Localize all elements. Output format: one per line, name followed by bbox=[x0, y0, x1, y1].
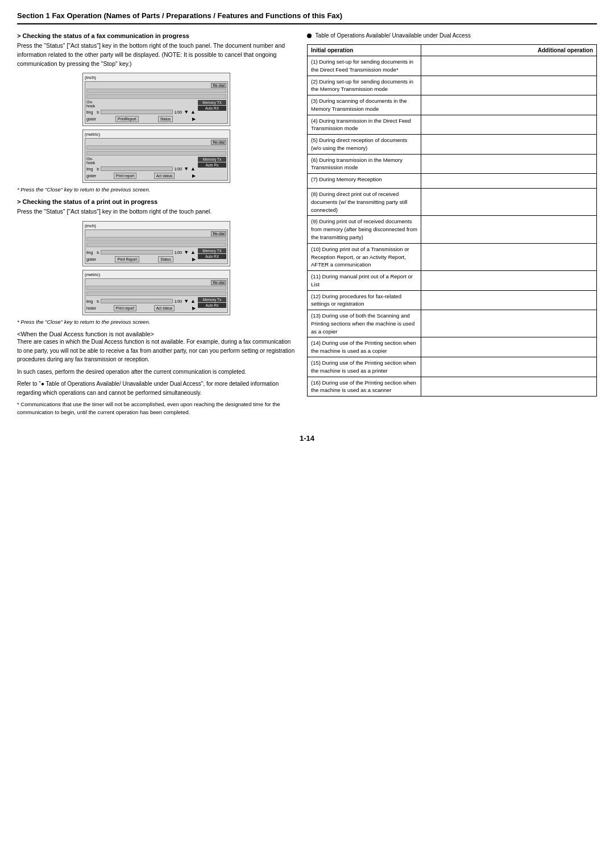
footnote2: * Press the "Close" key to return to the… bbox=[17, 319, 296, 325]
display-block4b bbox=[86, 291, 226, 296]
register-label4: hister bbox=[86, 306, 96, 310]
memory-tx-btn1: Memory TX bbox=[198, 100, 226, 105]
row-additional-3 bbox=[421, 95, 596, 115]
row-initial-12: (12) During procedures for fax-related s… bbox=[308, 291, 421, 310]
register-label2: gister bbox=[86, 174, 96, 178]
table-row: (7) During Memory Reception bbox=[307, 173, 597, 188]
row-additional-16 bbox=[421, 377, 596, 397]
arrow-down1: ▼ bbox=[184, 109, 189, 115]
arrow-up4: ▲ bbox=[190, 298, 196, 304]
row-initial-8: (8) During direct print out of received … bbox=[308, 189, 421, 215]
table-row: (14) During use of the Printing section … bbox=[307, 337, 597, 357]
row-additional-12 bbox=[421, 291, 596, 310]
checking-comm-heading: > Checking the status of a fax communica… bbox=[17, 32, 296, 39]
row-initial-2: (2) During set-up for sending documents … bbox=[308, 76, 421, 95]
fax-bottom-row2: gister Print report Act status ▶ bbox=[86, 173, 196, 179]
row-additional-6 bbox=[421, 155, 596, 174]
display-sm1 bbox=[101, 110, 172, 114]
ting-label4: ting bbox=[86, 299, 93, 303]
side-label-onhook2: On-hook bbox=[86, 157, 99, 165]
table-row: (10) During print out of a Transmission … bbox=[307, 243, 597, 270]
row-initial-3: (3) During scanning of documents in the … bbox=[308, 95, 421, 115]
when-not-available-heading: <When the Dual Access function is not av… bbox=[17, 331, 296, 337]
print-report-btn2: Print report bbox=[114, 173, 136, 179]
fax-screen-inch-1: (inch) Re-dial On-hook ting bbox=[82, 73, 230, 126]
table-row: (15) During use of the Printing section … bbox=[307, 357, 597, 377]
table-header-row: Initial operation Additional operation bbox=[307, 44, 597, 56]
row-initial-11: (11) During manual print out of a Report… bbox=[308, 271, 421, 290]
act-status-btn2: Act status bbox=[154, 173, 175, 179]
header-initial-op: Initial operation bbox=[308, 45, 421, 56]
row-additional-4 bbox=[421, 115, 596, 135]
dual-access-note: Table of Operations Available/ Unavailab… bbox=[307, 32, 597, 39]
table-row: (6) During transmission in the Memory Tr… bbox=[307, 154, 597, 174]
bullet-text: Table of Operations Available/ Unavailab… bbox=[316, 32, 471, 39]
memory-tx-btn3: Memory TX bbox=[198, 248, 226, 253]
checking-print-body: Press the "Status" ["Act status"] key in… bbox=[17, 207, 296, 216]
ting-label1: ting bbox=[86, 110, 93, 114]
table-row: (5) During direct reception of documents… bbox=[307, 134, 597, 154]
arrow-up2: ▲ bbox=[190, 166, 196, 172]
fax-screens-group2: (inch) Re-dial ting b 1/30 bbox=[17, 221, 296, 315]
b-label1: b bbox=[97, 110, 99, 114]
row-additional-2 bbox=[421, 76, 596, 95]
display-sm4 bbox=[101, 299, 172, 303]
auto-rx-btn4: Auto Rx bbox=[198, 303, 226, 308]
side-label-onhook1: On-hook bbox=[86, 100, 99, 108]
row-initial-16: (16) During use of the Printing section … bbox=[308, 377, 421, 397]
row-additional-14 bbox=[421, 337, 596, 357]
redial-link3: Re-dial bbox=[86, 231, 226, 236]
row-initial-5: (5) During direct reception of documents… bbox=[308, 135, 421, 154]
arrow-right4: ▶ bbox=[192, 306, 196, 311]
row-initial-1: (1) During set-up for sending documents … bbox=[308, 56, 421, 76]
left-column: > Checking the status of a fax communica… bbox=[17, 32, 296, 417]
ting-label2: ting bbox=[86, 167, 93, 171]
page-number: 1-14 bbox=[17, 434, 597, 443]
auto-rx-btn2: Auto Rx bbox=[198, 162, 226, 168]
arrow-down4: ▼ bbox=[184, 298, 189, 304]
fax-bottom-row4: hister Print report Act status ▶ bbox=[86, 305, 196, 311]
counter4: 1/30 bbox=[175, 299, 182, 303]
row-initial-6: (6) During transmission in the Memory Tr… bbox=[308, 155, 421, 174]
b-label4: b bbox=[97, 299, 99, 303]
display-block3a bbox=[86, 237, 226, 241]
row-additional-10 bbox=[421, 244, 596, 270]
row-initial-4: (4) During transmission in the Direct Fe… bbox=[308, 115, 421, 135]
row-additional-13 bbox=[421, 310, 596, 337]
ting-label3: ting bbox=[86, 251, 93, 254]
fax-screen-inch-2: (inch) Re-dial ting b 1/30 bbox=[82, 221, 230, 266]
fax-screens-group1: (inch) Re-dial On-hook ting bbox=[17, 73, 296, 183]
when-body1: There are cases in which the Dual Access… bbox=[17, 337, 296, 364]
row-initial-7: (7) During Memory Reception bbox=[308, 174, 421, 188]
table-row: (1) During set-up for sending documents … bbox=[307, 56, 597, 76]
counter2: 1/30 bbox=[175, 167, 182, 171]
row-additional-15 bbox=[421, 357, 596, 377]
memory-tx-btn4: Memory Tx bbox=[198, 297, 226, 302]
bullet-icon bbox=[307, 34, 312, 38]
row-initial-14: (14) During use of the Printing section … bbox=[308, 337, 421, 357]
redial-link4: Re-dial bbox=[86, 280, 226, 285]
b-label3: b bbox=[97, 251, 99, 254]
operations-table: Initial operation Additional operation (… bbox=[307, 44, 597, 397]
fax-bottom-row3: gister Print Report Status ▶ bbox=[86, 256, 196, 262]
fax-row2-2: On-hook bbox=[86, 157, 196, 165]
memory-tx-btn2: Memory Tx bbox=[198, 157, 226, 162]
register-label1: gister bbox=[86, 117, 96, 121]
fax-inner-metric2: Re-dial ting b 1/30 ▼ ▲ bbox=[85, 278, 228, 313]
row-additional-7 bbox=[421, 174, 596, 188]
row-additional-8 bbox=[421, 189, 596, 215]
fax-screen-metric-2: (metric) Re-dial ting b 1/30 bbox=[82, 270, 230, 315]
row-additional-9 bbox=[421, 216, 596, 243]
when-footnote: * Communications that use the timer will… bbox=[17, 400, 296, 417]
display-block2a bbox=[86, 145, 226, 150]
when-body3: Refer to "● Table of Operations Availabl… bbox=[17, 379, 296, 397]
checking-comm-body: Press the "Status" ["Act status"] key in… bbox=[17, 41, 296, 68]
display-sm2 bbox=[101, 166, 172, 171]
table-row: (4) During transmission in the Direct Fe… bbox=[307, 115, 597, 135]
display-block1a bbox=[86, 89, 226, 93]
fax-bottom-row1: gister PrintReport Status ▶ bbox=[86, 116, 196, 122]
redial-btn3: Re-dial bbox=[211, 231, 226, 236]
b-label2: b bbox=[97, 167, 99, 171]
print-report-btn1: PrintReport bbox=[115, 116, 139, 122]
counter3: 1/30 bbox=[175, 251, 182, 254]
